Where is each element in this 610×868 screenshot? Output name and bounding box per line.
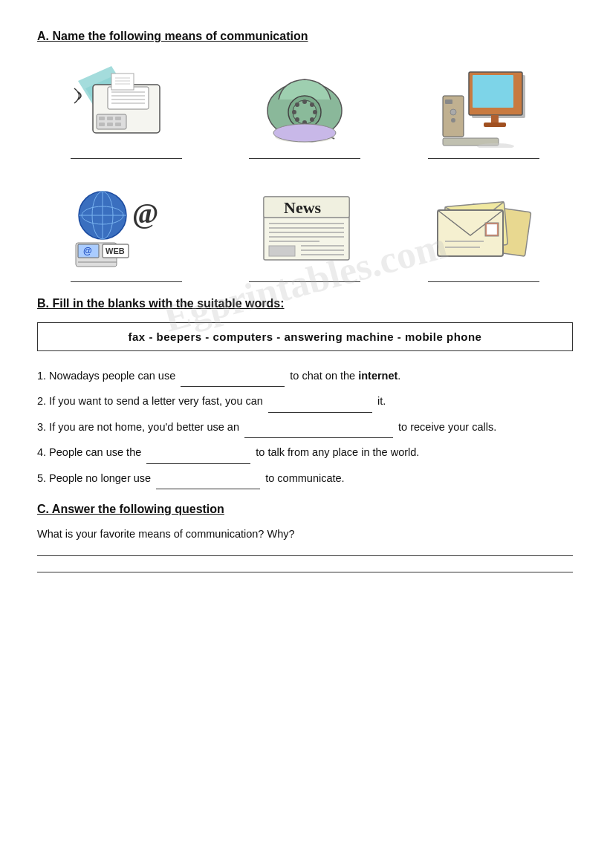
svg-rect-9 — [99, 117, 105, 120]
word-box: fax - beepers - computers - answering ma… — [37, 322, 573, 351]
svg-rect-38 — [445, 99, 452, 104]
s3-before: 3. If you are not home, you'd better use… — [37, 421, 239, 433]
sentence-1: 1. Nowadays people can use to chat on th… — [37, 365, 573, 387]
computer-image — [424, 55, 543, 151]
telephone-blank — [249, 157, 360, 159]
telephone-image — [245, 55, 364, 151]
section-c: C. Answer the following question What is… — [37, 503, 573, 572]
svg-rect-13 — [107, 123, 113, 126]
image-cell-mail — [409, 178, 558, 282]
fax-blank — [71, 157, 182, 159]
svg-point-39 — [450, 109, 456, 115]
svg-text:@: @ — [132, 198, 158, 229]
mail-icon — [424, 182, 543, 271]
svg-rect-74 — [487, 224, 497, 235]
s3-blank — [244, 425, 393, 438]
s5-after: to communicate. — [265, 472, 344, 484]
sentences: 1. Nowadays people can use to chat on th… — [37, 365, 573, 489]
s4-blank — [146, 451, 250, 464]
section-a-title: A. Name the following means of communica… — [37, 30, 573, 43]
sentence-5: 5. People no longer use to communicate. — [37, 467, 573, 489]
s2-blank — [268, 399, 372, 413]
fax-icon — [71, 59, 182, 148]
computer-blank — [428, 157, 539, 159]
svg-point-28 — [292, 110, 296, 114]
svg-rect-14 — [115, 123, 121, 126]
sentence-2: 2. If you want to send a letter very fas… — [37, 390, 573, 412]
images-row-2: @ @ WEB — [37, 178, 573, 282]
fax-image — [67, 55, 186, 151]
svg-text:@: @ — [83, 246, 92, 256]
newspaper-icon: News — [245, 182, 364, 271]
image-cell-internet: @ @ WEB — [52, 178, 201, 282]
sentence-3: 3. If you are not home, you'd better use… — [37, 416, 573, 438]
mail-blank — [428, 281, 539, 282]
internet-icon: @ @ WEB — [67, 182, 186, 271]
s2-before: 2. If you want to send a letter very fas… — [37, 395, 263, 407]
svg-rect-10 — [107, 117, 113, 120]
internet-blank — [71, 281, 182, 282]
image-cell-computer — [409, 55, 558, 159]
s4-after: to talk from any place in the world. — [256, 446, 419, 458]
computer-icon — [424, 59, 543, 148]
svg-point-29 — [295, 102, 299, 107]
section-c-question: What is your favorite means of communica… — [37, 528, 573, 540]
svg-rect-11 — [115, 117, 121, 120]
s1-after: to chat on the internet. — [290, 370, 400, 382]
newspaper-image: News — [245, 178, 364, 275]
svg-point-24 — [313, 110, 317, 114]
svg-point-23 — [310, 102, 314, 107]
s1-num: 1. Nowadays people can use — [37, 370, 175, 382]
answer-line-1 — [37, 555, 573, 556]
svg-point-40 — [451, 118, 455, 123]
svg-point-22 — [302, 99, 307, 104]
sentence-4: 4. People can use the to talk from any p… — [37, 441, 573, 463]
s3-after: to receive your calls. — [398, 421, 496, 433]
section-b-title: B. Fill in the blanks with the suitable … — [37, 297, 573, 310]
section-a: A. Name the following means of communica… — [37, 30, 573, 282]
s4-before: 4. People can use the — [37, 446, 141, 458]
image-cell-telephone — [230, 55, 379, 159]
telephone-icon — [253, 59, 357, 148]
svg-text:WEB: WEB — [106, 247, 125, 255]
section-b: B. Fill in the blanks with the suitable … — [37, 297, 573, 489]
s5-blank — [156, 476, 260, 489]
section-c-title: C. Answer the following question — [37, 503, 573, 516]
s2-after: it. — [377, 395, 386, 407]
svg-point-27 — [295, 117, 299, 122]
svg-text:News: News — [284, 198, 322, 217]
svg-rect-35 — [491, 115, 499, 123]
svg-rect-36 — [484, 123, 506, 127]
s1-blank — [181, 373, 285, 387]
mail-image — [424, 178, 543, 275]
svg-rect-34 — [473, 75, 513, 108]
internet-image: @ @ WEB — [67, 178, 186, 275]
images-row-1 — [37, 55, 573, 159]
newspaper-blank — [249, 281, 360, 282]
svg-point-25 — [310, 117, 314, 122]
svg-rect-12 — [99, 123, 105, 126]
s5-before: 5. People no longer use — [37, 472, 151, 484]
image-cell-fax — [52, 55, 201, 159]
svg-rect-15 — [111, 74, 134, 90]
svg-point-31 — [273, 124, 336, 142]
svg-rect-64 — [269, 246, 295, 256]
answer-line-2 — [37, 571, 573, 572]
image-cell-newspaper: News — [230, 178, 379, 282]
